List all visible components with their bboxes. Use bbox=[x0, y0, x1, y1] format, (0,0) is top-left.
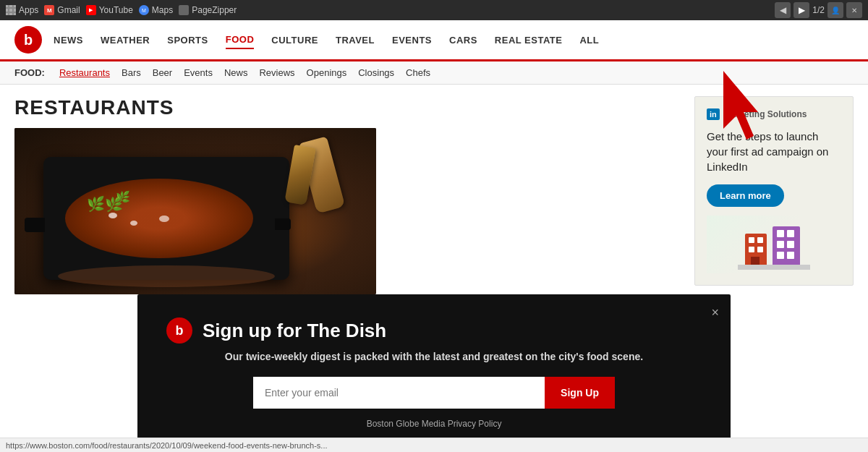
subnav-closings[interactable]: Closings bbox=[358, 67, 394, 78]
food-image-inner: 🌿🌿 🌿 bbox=[14, 128, 376, 294]
modal-logo-letter: b bbox=[176, 323, 184, 338]
site-header: b NEWS WEATHER SPORTS FOOD CULTURE TRAVE… bbox=[0, 20, 868, 61]
subnav-bars[interactable]: Bars bbox=[122, 67, 141, 78]
tool-button-2[interactable]: ✕ bbox=[846, 2, 862, 18]
modal-header: b Sign up for The Dish bbox=[166, 317, 702, 344]
page-content: b NEWS WEATHER SPORTS FOOD CULTURE TRAVE… bbox=[0, 20, 868, 452]
subnav-label: FOOD: bbox=[14, 67, 45, 78]
site-logo: b bbox=[14, 26, 42, 54]
email-signup-modal: × b Sign up for The Dish Our twice-weekl… bbox=[137, 294, 731, 452]
food-cheese-3 bbox=[159, 216, 169, 222]
nav-cars[interactable]: CARS bbox=[449, 32, 477, 48]
nav-events[interactable]: EVENTS bbox=[392, 32, 432, 48]
modal-form: Sign Up bbox=[253, 377, 615, 409]
svg-rect-13 bbox=[738, 265, 810, 270]
youtube-label: YouTube bbox=[99, 5, 133, 15]
youtube-toolbar-item[interactable]: ▶ YouTube bbox=[86, 5, 133, 15]
food-cheese-2 bbox=[130, 221, 137, 226]
svg-rect-3 bbox=[749, 247, 754, 252]
nav-real-estate[interactable]: REAL ESTATE bbox=[495, 32, 563, 48]
browser-toolbar: Apps M Gmail ▶ YouTube M Maps PageZipper… bbox=[0, 0, 868, 20]
email-input[interactable] bbox=[253, 377, 545, 409]
nav-travel[interactable]: TRAVEL bbox=[336, 32, 375, 48]
section-title: RESTAURANTS bbox=[14, 96, 680, 119]
nav-weather[interactable]: WEATHER bbox=[101, 32, 150, 48]
status-url: https://www.boston.com/food/restaurants/… bbox=[6, 441, 328, 450]
gmail-label: Gmail bbox=[57, 5, 80, 15]
nav-food[interactable]: FOOD bbox=[226, 31, 255, 49]
food-image: 🌿🌿 🌿 bbox=[14, 128, 376, 294]
food-bread-2 bbox=[284, 145, 315, 205]
logo-letter: b bbox=[24, 32, 33, 48]
subnav-events[interactable]: Events bbox=[184, 67, 213, 78]
youtube-icon: ▶ bbox=[86, 5, 96, 15]
main-nav: NEWS WEATHER SPORTS FOOD CULTURE TRAVEL … bbox=[54, 31, 599, 49]
pan-handle-left bbox=[25, 218, 45, 232]
maps-toolbar-item[interactable]: M Maps bbox=[139, 5, 173, 15]
cursor-arrow bbox=[709, 64, 767, 153]
signup-button[interactable]: Sign Up bbox=[545, 377, 615, 409]
nav-news[interactable]: NEWS bbox=[54, 32, 83, 48]
wooden-board bbox=[58, 265, 275, 287]
modal-description: Our twice-weekly digest is packed with t… bbox=[166, 351, 702, 362]
page-counter: 1/2 bbox=[812, 5, 825, 15]
modal-footer-text: Boston Globe Media Privacy Policy bbox=[166, 419, 702, 429]
gmail-icon: M bbox=[44, 5, 54, 15]
apps-toolbar-item[interactable]: Apps bbox=[6, 5, 38, 15]
subnav-reviews[interactable]: Reviews bbox=[259, 67, 294, 78]
svg-rect-9 bbox=[777, 241, 784, 248]
status-bar: https://www.boston.com/food/restaurants/… bbox=[0, 438, 868, 452]
apps-label: Apps bbox=[19, 5, 38, 15]
svg-rect-10 bbox=[787, 241, 794, 248]
svg-marker-14 bbox=[723, 71, 758, 140]
subnav-restaurants[interactable]: Restaurants bbox=[59, 67, 110, 78]
forward-button[interactable]: ▶ bbox=[793, 2, 809, 18]
linkedin-illustration-svg bbox=[738, 219, 810, 270]
nav-culture[interactable]: CULTURE bbox=[271, 32, 318, 48]
linkedin-learn-more-button[interactable]: Learn more bbox=[707, 184, 784, 207]
nav-all[interactable]: ALL bbox=[579, 32, 599, 48]
pagezipper-toolbar-item[interactable]: PageZipper bbox=[179, 5, 237, 15]
tool-button-1[interactable]: 👤 bbox=[827, 2, 843, 18]
svg-rect-2 bbox=[757, 237, 763, 243]
nav-sports[interactable]: SPORTS bbox=[167, 32, 208, 48]
maps-label: Maps bbox=[152, 5, 173, 15]
food-cheese-1 bbox=[109, 213, 117, 218]
svg-rect-7 bbox=[777, 230, 784, 237]
back-button[interactable]: ◀ bbox=[775, 2, 791, 18]
modal-title: Sign up for The Dish bbox=[203, 320, 386, 342]
linkedin-illustration bbox=[707, 216, 841, 273]
svg-rect-8 bbox=[787, 230, 794, 237]
svg-rect-6 bbox=[773, 226, 800, 266]
gmail-toolbar-item[interactable]: M Gmail bbox=[44, 5, 80, 15]
subnav-openings[interactable]: Openings bbox=[307, 67, 347, 78]
svg-rect-1 bbox=[749, 237, 754, 243]
subnav-chefs[interactable]: Chefs bbox=[406, 67, 430, 78]
modal-close-button[interactable]: × bbox=[711, 306, 719, 319]
svg-rect-11 bbox=[777, 252, 784, 259]
main-column: RESTAURANTS bbox=[14, 96, 680, 294]
food-herbs: 🌿 bbox=[116, 190, 130, 204]
apps-icon bbox=[6, 5, 16, 15]
maps-icon: M bbox=[139, 5, 149, 15]
pan-handle-right bbox=[275, 218, 291, 230]
subnav-beer[interactable]: Beer bbox=[153, 67, 172, 78]
modal-logo: b bbox=[166, 317, 192, 344]
pagezipper-icon bbox=[179, 5, 189, 15]
svg-rect-12 bbox=[787, 252, 794, 259]
svg-rect-4 bbox=[757, 247, 763, 252]
toolbar-right: ◀ ▶ 1/2 👤 ✕ bbox=[775, 2, 862, 18]
subnav-news[interactable]: News bbox=[224, 67, 248, 78]
pagezipper-label: PageZipper bbox=[192, 5, 237, 15]
